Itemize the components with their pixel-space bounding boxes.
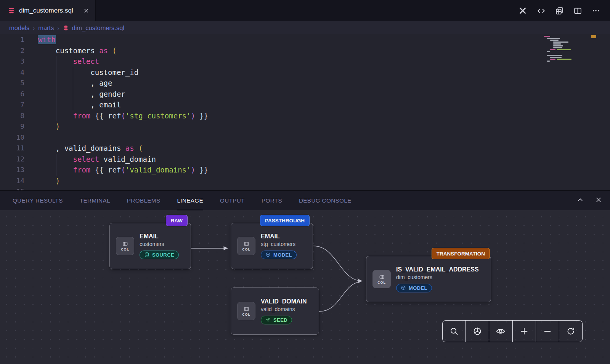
code-line[interactable]: from {{ ref('valid_domains') }} [38,164,208,176]
source-badge: SOURCE [140,251,179,259]
search-icon[interactable] [443,321,466,342]
line-number: 11 [0,143,24,154]
node-tag-passthrough: PASSTHROUGH [260,215,310,226]
model-badge: MODEL [396,284,432,292]
seed-badge: SEED [261,316,292,324]
node-title: EMAIL [261,233,297,240]
breadcrumb-separator: › [57,25,59,31]
more-actions-icon[interactable] [591,6,601,16]
editor-tab-bar: dim_customers.sql [0,0,610,21]
code-line[interactable]: customers as ( [38,45,208,56]
code-line[interactable]: , age [38,78,208,89]
close-panel-icon[interactable] [595,196,602,205]
refresh-icon[interactable] [559,321,582,342]
database-icon [8,7,15,14]
code-line[interactable]: customer_id [38,67,208,78]
line-number: 15 [0,186,24,190]
zoom-out-icon[interactable] [536,321,559,342]
overview-ruler-marker [591,35,596,38]
code-line[interactable]: , gender [38,89,208,100]
line-number: 9 [0,121,24,132]
code-line[interactable] [38,132,208,143]
code-icon[interactable] [536,6,546,16]
breadcrumb-models[interactable]: models [9,24,29,32]
tab-dim-customers[interactable]: dim_customers.sql [0,0,96,21]
line-number: 1 [0,34,24,45]
panel-actions [576,196,602,205]
line-number: 7 [0,99,24,110]
zoom-in-icon[interactable] [513,321,536,342]
line-number: 2 [0,45,24,56]
node-subtitle: valid_domains [261,306,307,312]
line-number: 6 [0,89,24,100]
eye-icon[interactable] [489,321,512,342]
breadcrumb-separator: › [33,25,35,31]
panel-tab-ports[interactable]: PORTS [262,191,282,211]
panel-tab-bar: QUERY RESULTSTERMINALPROBLEMSLINEAGEOUTP… [0,190,610,210]
panel-tab-problems[interactable]: PROBLEMS [127,191,161,211]
seedling-icon [265,317,271,322]
columns-icon [243,241,250,247]
model-badge: MODEL [261,251,297,259]
line-number: 10 [0,132,24,143]
minimap[interactable] [543,35,586,65]
split-editor-icon[interactable] [573,6,583,16]
panel-tab-lineage[interactable]: LINEAGE [177,191,203,211]
columns-icon [122,241,128,247]
panel-tab-terminal[interactable]: TERMINAL [80,191,110,211]
breadcrumb-marts[interactable]: marts [38,24,54,32]
database-icon [144,252,149,257]
code-line[interactable]: with [38,34,208,45]
cube-icon [401,285,406,291]
line-number: 12 [0,154,24,165]
panel-tabs: QUERY RESULTSTERMINALPROBLEMSLINEAGEOUTP… [13,191,352,211]
node-title: VALID_DOMAIN [261,298,307,305]
table-preview-icon[interactable] [554,6,564,16]
lineage-canvas[interactable]: RAW COL EMAIL customers SOURCE PASSTHROU… [0,210,610,364]
collapse-panel-icon[interactable] [576,196,584,205]
database-icon [63,25,69,31]
line-number: 5 [0,78,24,89]
columns-icon [379,274,385,280]
node-subtitle: customers [140,241,179,247]
column-tile: COL [116,237,134,255]
panel-tab-debug-console[interactable]: DEBUG CONSOLE [299,191,352,211]
tab-bar-actions [518,6,610,16]
node-subtitle: dim_customers [396,274,479,280]
lineage-node-stg-customers-email[interactable]: PASSTHROUGH COL EMAIL stg_customers MODE… [231,223,313,269]
lineage-node-valid-domains[interactable]: COL VALID_DOMAIN valid_domains SEED [231,287,319,335]
line-number: 14 [0,176,24,187]
line-number: 3 [0,56,24,67]
code-editor[interactable]: 123456789101112131415 with customers as … [0,34,610,190]
tab-close-icon[interactable] [83,8,89,14]
node-tag-raw: RAW [166,215,188,226]
lineage-node-dim-customers[interactable]: TRANSFORMATION COL IS_VALID_EMAIL_ADDRES… [366,256,491,302]
node-subtitle: stg_customers [261,241,297,247]
node-tag-transformation: TRANSFORMATION [432,248,490,259]
panel-tab-query-results[interactable]: QUERY RESULTS [13,191,63,211]
code-line[interactable]: ) [38,176,208,187]
columns-icon [243,306,250,312]
node-title: EMAIL [140,233,179,240]
line-number: 4 [0,67,24,78]
lineage-toolbar [442,320,583,342]
column-tile: COL [237,237,255,255]
code-line[interactable]: select [38,56,208,67]
node-title: IS_VALID_EMAIL_ADDRESS [396,266,479,273]
line-number: 8 [0,110,24,121]
code-line[interactable]: ) [38,121,208,132]
panel-tab-output[interactable]: OUTPUT [220,191,245,211]
code-line[interactable]: , valid_domains as ( [38,143,208,154]
code-line[interactable]: select valid_domain [38,154,208,165]
aperture-icon[interactable] [466,321,489,342]
breadcrumb: models › marts › dim_customers.sql [0,21,610,34]
close-all-icon[interactable] [518,6,528,16]
column-tile: COL [237,302,255,320]
code-line[interactable]: from {{ ref('stg_customers') }} [38,110,208,121]
column-tile: COL [372,270,391,288]
code-line[interactable] [38,186,208,190]
lineage-node-customers-email[interactable]: RAW COL EMAIL customers SOURCE [109,223,191,269]
code-lines: with customers as ( select customer_id ,… [38,34,208,190]
breadcrumb-file[interactable]: dim_customers.sql [63,24,124,32]
code-line[interactable]: , email [38,99,208,110]
